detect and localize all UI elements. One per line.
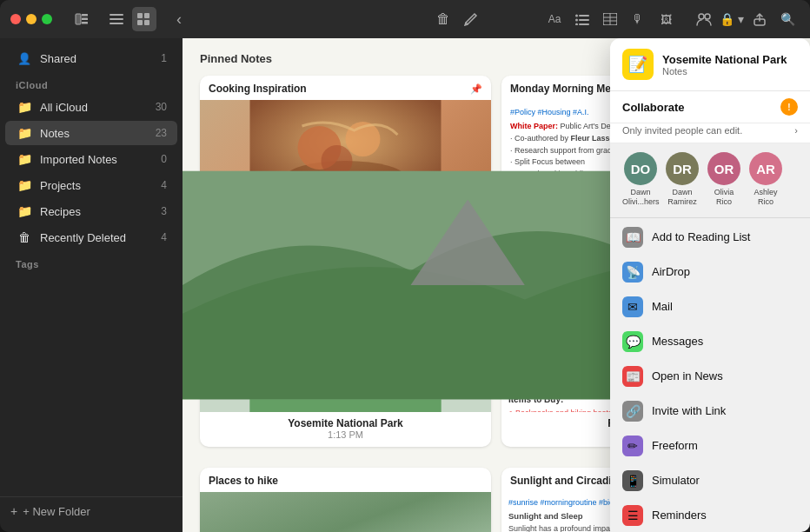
news-label: Open in News: [652, 369, 723, 382]
menu-item-airdrop[interactable]: 📡 AirDrop: [610, 255, 810, 289]
svg-point-13: [575, 19, 578, 22]
note-thumbnail-hike: [200, 492, 491, 532]
minimize-button[interactable]: [26, 14, 37, 24]
sidebar-imported-notes-label: Imported Notes: [40, 153, 153, 166]
sidebar-projects-label: Projects: [40, 179, 153, 192]
titlebar: ‹ 🗑 Aa: [0, 0, 810, 38]
icloud-section-header: iCloud: [0, 71, 183, 94]
menu-item-reminders[interactable]: ☰ Reminders: [610, 498, 810, 532]
svg-point-11: [575, 15, 578, 17]
avatar-name-dawn-r: Dawn Ramirez: [664, 188, 700, 207]
collaborate-icon[interactable]: [692, 7, 716, 31]
sidebar-projects-count: 4: [153, 179, 167, 191]
collaborators-row: DO Dawn Olivi...hers DR Dawn Ramirez OR …: [610, 143, 810, 216]
sidebar-item-recipes[interactable]: 📁 Recipes 3: [5, 199, 177, 223]
note-card-hike[interactable]: Places to hike: [200, 468, 491, 532]
notes-icon: 📁: [16, 124, 33, 142]
collaborator-dawn-r[interactable]: DR Dawn Ramirez: [664, 152, 700, 207]
back-button[interactable]: ‹: [167, 7, 191, 31]
imported-notes-icon: 📁: [16, 150, 33, 168]
sidebar-shared-label: Shared: [40, 52, 153, 65]
sidebar: 👤 Shared 1 iCloud 📁 All iCloud 30 📁 Note…: [0, 38, 183, 532]
freeform-label: Freeform: [652, 439, 698, 452]
close-button[interactable]: [10, 14, 21, 24]
sidebar-item-recently-deleted[interactable]: 🗑 Recently Deleted 4: [5, 225, 177, 249]
sidebar-all-icloud-count: 30: [153, 101, 167, 113]
maximize-button[interactable]: [42, 14, 52, 24]
reminders-label: Reminders: [652, 509, 707, 522]
sidebar-item-all-icloud[interactable]: 📁 All iCloud 30: [5, 95, 177, 119]
avatar-dawn-o: DO: [624, 152, 657, 185]
lock-button[interactable]: 🔒 ▾: [720, 7, 744, 31]
sidebar-recipes-count: 3: [153, 205, 167, 217]
share-panel: 📝 Yosemite National Park Notes Collabora…: [610, 38, 810, 532]
news-icon: 📰: [622, 366, 643, 387]
menu-item-invite-link[interactable]: 🔗 Invite with Link: [610, 394, 810, 429]
recipes-icon: 📁: [16, 203, 33, 220]
audio-button[interactable]: 🎙: [626, 7, 650, 31]
mail-icon: ✉: [622, 296, 643, 317]
svg-rect-10: [144, 20, 149, 25]
collaborate-row[interactable]: Collaborate !: [610, 91, 810, 123]
share-panel-header: 📝 Yosemite National Park Notes: [610, 38, 810, 91]
airdrop-icon: 📡: [622, 262, 643, 283]
format-button[interactable]: Aa: [542, 7, 567, 31]
grid-view-button[interactable]: [132, 7, 156, 31]
collaborate-subtitle[interactable]: Only invited people can edit. ›: [610, 123, 810, 143]
search-button[interactable]: 🔍: [775, 7, 800, 31]
freeform-icon: ✏: [622, 436, 643, 456]
invite-link-label: Invite with Link: [652, 404, 726, 417]
traffic-lights: [10, 14, 52, 24]
sidebar-notes-label: Notes: [40, 127, 153, 140]
collaborator-dawn-o[interactable]: DO Dawn Olivi...hers: [622, 152, 659, 207]
menu-item-reading-list[interactable]: 📖 Add to Reading List: [610, 220, 810, 255]
media-button[interactable]: 🖼: [654, 7, 678, 31]
sidebar-toggle-group: [70, 7, 94, 31]
simulator-icon: 📱: [622, 470, 643, 491]
sidebar-item-shared[interactable]: 👤 Shared 1: [5, 46, 177, 70]
collaborator-ashley[interactable]: AR Ashley Rico: [747, 152, 784, 207]
avatar-name-dawn-o: Dawn Olivi...hers: [622, 188, 659, 207]
list-format-button[interactable]: [570, 7, 594, 31]
new-folder-button[interactable]: + + New Folder: [0, 496, 183, 525]
compose-button[interactable]: [459, 7, 483, 31]
shared-icon: 👤: [16, 50, 33, 67]
tags-section-header: Tags: [0, 250, 183, 273]
only-invited-text: Only invited people can edit.: [622, 125, 742, 136]
reading-list-icon: 📖: [622, 227, 643, 248]
table-button[interactable]: [598, 7, 622, 31]
separator: [610, 217, 810, 218]
svg-rect-8: [144, 13, 149, 18]
avatar-olivia: OR: [707, 152, 740, 185]
sidebar-all-icloud-label: All iCloud: [40, 101, 153, 114]
share-button[interactable]: [747, 7, 772, 31]
chevron-icon: ›: [794, 125, 798, 136]
projects-icon: 📁: [16, 176, 33, 194]
list-view-button[interactable]: [104, 7, 129, 31]
menu-item-news[interactable]: 📰 Open in News: [610, 359, 810, 394]
new-folder-label: + New Folder: [23, 505, 90, 518]
menu-item-messages[interactable]: 💬 Messages: [610, 324, 810, 359]
sidebar-item-projects[interactable]: 📁 Projects 4: [5, 173, 177, 197]
sidebar-item-imported-notes[interactable]: 📁 Imported Notes 0: [5, 147, 177, 171]
menu-item-mail[interactable]: ✉ Mail: [610, 289, 810, 324]
collaborator-olivia[interactable]: OR Olivia Rico: [706, 152, 742, 207]
messages-label: Messages: [652, 335, 703, 348]
svg-rect-16: [579, 23, 589, 25]
menu-item-simulator[interactable]: 📱 Simulator: [610, 463, 810, 498]
sidebar-recently-deleted-label: Recently Deleted: [40, 231, 153, 244]
app-window: ‹ 🗑 Aa: [0, 0, 810, 532]
svg-rect-14: [579, 19, 589, 21]
delete-button[interactable]: 🗑: [431, 7, 455, 31]
mail-label: Mail: [652, 300, 673, 313]
main-layout: 👤 Shared 1 iCloud 📁 All iCloud 30 📁 Note…: [0, 38, 810, 532]
sidebar-item-notes[interactable]: 📁 Notes 23: [5, 121, 177, 145]
collaborate-badge: !: [780, 98, 798, 116]
menu-item-freeform[interactable]: ✏ Freeform: [610, 429, 810, 463]
svg-rect-1: [82, 14, 88, 17]
link-icon: 🔗: [622, 401, 643, 422]
reminders-icon: ☰: [622, 505, 643, 526]
sidebar-toggle-button[interactable]: [70, 7, 94, 31]
sidebar-recently-deleted-count: 4: [153, 231, 167, 243]
sidebar-notes-count: 23: [153, 127, 167, 139]
